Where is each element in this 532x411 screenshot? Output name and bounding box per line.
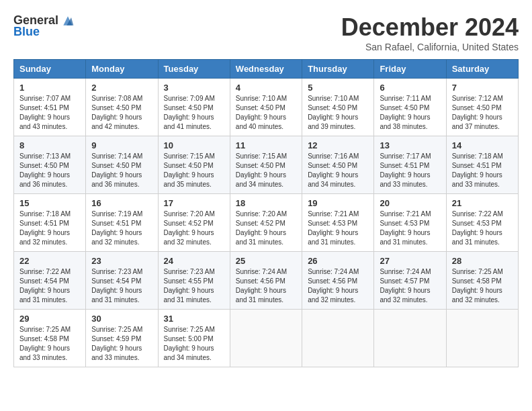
day-cell: 9 Sunrise: 7:14 AM Sunset: 4:50 PM Dayli… — [86, 136, 158, 194]
weekday-header-wednesday: Wednesday — [230, 60, 302, 79]
day-info: Sunrise: 7:18 AM Sunset: 4:51 PM Dayligh… — [452, 152, 513, 189]
day-info: Sunrise: 7:24 AM Sunset: 4:56 PM Dayligh… — [236, 267, 296, 305]
day-cell: 31 Sunrise: 7:25 AM Sunset: 5:00 PM Dayl… — [158, 310, 230, 367]
day-info: Sunrise: 7:12 AM Sunset: 4:50 PM Dayligh… — [452, 94, 513, 132]
day-number: 2 — [91, 83, 152, 93]
day-cell: 23 Sunrise: 7:23 AM Sunset: 4:54 PM Dayl… — [86, 252, 158, 310]
day-number: 12 — [308, 140, 368, 150]
day-number: 6 — [380, 83, 440, 93]
day-number: 21 — [452, 198, 513, 208]
day-cell: 28 Sunrise: 7:25 AM Sunset: 4:58 PM Dayl… — [446, 252, 518, 310]
day-cell: 19 Sunrise: 7:21 AM Sunset: 4:53 PM Dayl… — [302, 194, 374, 252]
day-number: 9 — [91, 140, 152, 150]
day-number: 7 — [452, 83, 513, 93]
day-number: 4 — [236, 83, 296, 93]
day-info: Sunrise: 7:19 AM Sunset: 4:51 PM Dayligh… — [91, 210, 152, 247]
day-info: Sunrise: 7:25 AM Sunset: 4:58 PM Dayligh… — [452, 267, 513, 305]
day-number: 29 — [19, 314, 80, 324]
location: San Rafael, California, United States — [341, 42, 519, 52]
weekday-header-friday: Friday — [374, 60, 446, 79]
day-info: Sunrise: 7:14 AM Sunset: 4:50 PM Dayligh… — [91, 152, 152, 189]
day-info: Sunrise: 7:20 AM Sunset: 4:52 PM Dayligh… — [236, 210, 296, 247]
day-info: Sunrise: 7:13 AM Sunset: 4:50 PM Dayligh… — [19, 152, 80, 189]
day-number: 3 — [164, 83, 224, 93]
weekday-header-saturday: Saturday — [446, 60, 518, 79]
week-row-4: 22 Sunrise: 7:22 AM Sunset: 4:54 PM Dayl… — [14, 252, 519, 310]
day-number: 14 — [452, 140, 513, 150]
day-info: Sunrise: 7:25 AM Sunset: 4:59 PM Dayligh… — [91, 325, 152, 363]
day-info: Sunrise: 7:17 AM Sunset: 4:51 PM Dayligh… — [380, 152, 440, 189]
day-number: 1 — [19, 83, 80, 93]
day-cell: 25 Sunrise: 7:24 AM Sunset: 4:56 PM Dayl… — [230, 252, 302, 310]
day-cell: 11 Sunrise: 7:15 AM Sunset: 4:50 PM Dayl… — [230, 136, 302, 194]
day-info: Sunrise: 7:20 AM Sunset: 4:52 PM Dayligh… — [164, 210, 224, 247]
day-cell: 12 Sunrise: 7:16 AM Sunset: 4:50 PM Dayl… — [302, 136, 374, 194]
day-info: Sunrise: 7:22 AM Sunset: 4:54 PM Dayligh… — [19, 267, 80, 305]
day-cell: 1 Sunrise: 7:07 AM Sunset: 4:51 PM Dayli… — [14, 79, 86, 136]
day-number: 17 — [164, 198, 224, 208]
day-cell — [230, 310, 302, 367]
day-number: 11 — [236, 140, 296, 150]
day-cell: 24 Sunrise: 7:23 AM Sunset: 4:55 PM Dayl… — [158, 252, 230, 310]
day-number: 20 — [380, 198, 440, 208]
day-cell: 16 Sunrise: 7:19 AM Sunset: 4:51 PM Dayl… — [86, 194, 158, 252]
day-number: 23 — [91, 256, 152, 266]
day-number: 5 — [308, 83, 368, 93]
day-info: Sunrise: 7:09 AM Sunset: 4:50 PM Dayligh… — [164, 94, 224, 132]
day-cell: 3 Sunrise: 7:09 AM Sunset: 4:50 PM Dayli… — [158, 79, 230, 136]
day-cell: 10 Sunrise: 7:15 AM Sunset: 4:50 PM Dayl… — [158, 136, 230, 194]
day-number: 19 — [308, 198, 368, 208]
day-cell: 13 Sunrise: 7:17 AM Sunset: 4:51 PM Dayl… — [374, 136, 446, 194]
day-info: Sunrise: 7:24 AM Sunset: 4:57 PM Dayligh… — [380, 267, 440, 305]
day-info: Sunrise: 7:22 AM Sunset: 4:53 PM Dayligh… — [452, 210, 513, 247]
day-info: Sunrise: 7:15 AM Sunset: 4:50 PM Dayligh… — [164, 152, 224, 189]
logo-blue: Blue — [13, 25, 40, 39]
day-number: 16 — [91, 198, 152, 208]
day-info: Sunrise: 7:23 AM Sunset: 4:54 PM Dayligh… — [91, 267, 152, 305]
day-cell: 8 Sunrise: 7:13 AM Sunset: 4:50 PM Dayli… — [14, 136, 86, 194]
day-cell: 22 Sunrise: 7:22 AM Sunset: 4:54 PM Dayl… — [14, 252, 86, 310]
day-cell: 26 Sunrise: 7:24 AM Sunset: 4:56 PM Dayl… — [302, 252, 374, 310]
weekday-header-thursday: Thursday — [302, 60, 374, 79]
day-info: Sunrise: 7:16 AM Sunset: 4:50 PM Dayligh… — [308, 152, 368, 189]
day-number: 25 — [236, 256, 296, 266]
weekday-header-monday: Monday — [86, 60, 158, 79]
day-info: Sunrise: 7:15 AM Sunset: 4:50 PM Dayligh… — [236, 152, 296, 189]
weekday-header-sunday: Sunday — [14, 60, 86, 79]
weekday-header-row: SundayMondayTuesdayWednesdayThursdayFrid… — [14, 60, 519, 79]
day-cell: 18 Sunrise: 7:20 AM Sunset: 4:52 PM Dayl… — [230, 194, 302, 252]
day-cell: 6 Sunrise: 7:11 AM Sunset: 4:50 PM Dayli… — [374, 79, 446, 136]
month-title: December 2024 — [341, 13, 519, 42]
title-section: December 2024 San Rafael, California, Un… — [341, 13, 519, 52]
day-cell — [302, 310, 374, 367]
day-cell: 2 Sunrise: 7:08 AM Sunset: 4:50 PM Dayli… — [86, 79, 158, 136]
day-cell — [374, 310, 446, 367]
day-info: Sunrise: 7:11 AM Sunset: 4:50 PM Dayligh… — [380, 94, 440, 132]
day-info: Sunrise: 7:10 AM Sunset: 4:50 PM Dayligh… — [308, 94, 368, 132]
week-row-2: 8 Sunrise: 7:13 AM Sunset: 4:50 PM Dayli… — [14, 136, 519, 194]
logo-icon — [61, 14, 75, 28]
page-header: General Blue December 2024 San Rafael, C… — [13, 13, 519, 52]
day-number: 13 — [380, 140, 440, 150]
day-number: 15 — [19, 198, 80, 208]
day-cell: 30 Sunrise: 7:25 AM Sunset: 4:59 PM Dayl… — [86, 310, 158, 367]
week-row-1: 1 Sunrise: 7:07 AM Sunset: 4:51 PM Dayli… — [14, 79, 519, 136]
day-cell — [446, 310, 518, 367]
day-number: 28 — [452, 256, 513, 266]
logo: General Blue — [13, 13, 75, 39]
day-number: 18 — [236, 198, 296, 208]
day-info: Sunrise: 7:25 AM Sunset: 4:58 PM Dayligh… — [19, 325, 80, 363]
day-cell: 20 Sunrise: 7:21 AM Sunset: 4:53 PM Dayl… — [374, 194, 446, 252]
day-cell: 7 Sunrise: 7:12 AM Sunset: 4:50 PM Dayli… — [446, 79, 518, 136]
day-info: Sunrise: 7:21 AM Sunset: 4:53 PM Dayligh… — [380, 210, 440, 247]
week-row-3: 15 Sunrise: 7:18 AM Sunset: 4:51 PM Dayl… — [14, 194, 519, 252]
day-number: 24 — [164, 256, 224, 266]
week-row-5: 29 Sunrise: 7:25 AM Sunset: 4:58 PM Dayl… — [14, 310, 519, 367]
weekday-header-tuesday: Tuesday — [158, 60, 230, 79]
day-number: 8 — [19, 140, 80, 150]
day-info: Sunrise: 7:25 AM Sunset: 5:00 PM Dayligh… — [164, 325, 224, 363]
day-info: Sunrise: 7:24 AM Sunset: 4:56 PM Dayligh… — [308, 267, 368, 305]
day-info: Sunrise: 7:21 AM Sunset: 4:53 PM Dayligh… — [308, 210, 368, 247]
day-number: 22 — [19, 256, 80, 266]
day-cell: 27 Sunrise: 7:24 AM Sunset: 4:57 PM Dayl… — [374, 252, 446, 310]
